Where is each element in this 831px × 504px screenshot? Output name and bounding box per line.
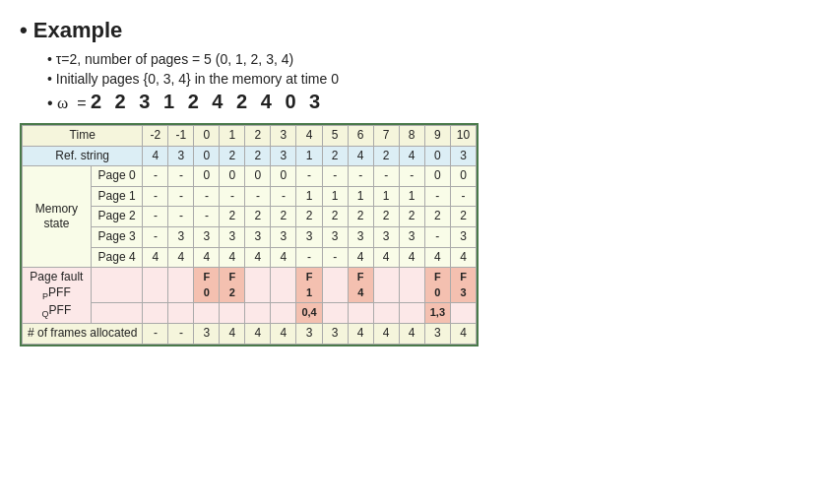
fault-c9 xyxy=(373,268,399,303)
fq-c6: 0,4 xyxy=(296,303,322,324)
p3c1: 3 xyxy=(168,226,194,247)
p4c9: 4 xyxy=(373,247,399,268)
p4c6: - xyxy=(296,247,322,268)
fault-pq-header xyxy=(91,303,143,324)
fq-c7 xyxy=(322,303,348,324)
p1c3: - xyxy=(220,186,245,207)
p3c5: 3 xyxy=(271,226,296,247)
qpff-label: Q xyxy=(42,309,49,319)
p4c0: 4 xyxy=(143,247,168,268)
p0c7: - xyxy=(322,166,348,187)
fq-c8 xyxy=(348,303,373,324)
time-col-1: 1 xyxy=(220,126,245,147)
time-col-9: 9 xyxy=(424,126,450,147)
p0c6: - xyxy=(296,166,322,187)
p0c5: 0 xyxy=(271,166,296,187)
fq-c3 xyxy=(220,303,245,324)
fq-c1 xyxy=(168,303,194,324)
fr-c4: 4 xyxy=(245,323,271,344)
fr-c10: 4 xyxy=(399,323,424,344)
time-col-7: 7 xyxy=(373,126,399,147)
ref-col--2: 4 xyxy=(143,146,168,166)
main-bullet: • Example xyxy=(20,18,811,43)
page1-label: Page 1 xyxy=(91,186,143,207)
time-col-8: 8 xyxy=(399,126,424,147)
p3c11: - xyxy=(424,226,450,247)
p2c9: 2 xyxy=(373,207,399,227)
p3c6: 3 xyxy=(296,226,322,247)
frames-row: # of frames allocated - - 3 4 4 4 3 3 4 … xyxy=(23,323,477,344)
p2c7: 2 xyxy=(322,207,348,227)
p4c7: - xyxy=(322,247,348,268)
ref-col-3: 3 xyxy=(271,146,296,166)
p2c4: 2 xyxy=(245,207,271,227)
ref-col-1: 2 xyxy=(220,146,245,166)
time-col-3: 3 xyxy=(271,126,296,147)
fr-c9: 4 xyxy=(373,323,399,344)
p3c12: 3 xyxy=(451,226,477,247)
p3c0: - xyxy=(143,226,168,247)
p3c4: 3 xyxy=(245,226,271,247)
fault-c2: F0 xyxy=(194,268,220,303)
p4c11: 4 xyxy=(424,247,450,268)
p1c0: - xyxy=(143,186,168,207)
ref-col-0: 0 xyxy=(194,146,220,166)
p0c3: 0 xyxy=(220,166,245,187)
p0c0: - xyxy=(143,166,168,187)
ref-col-2: 2 xyxy=(245,146,271,166)
p0c9: - xyxy=(373,166,399,187)
fq-c0 xyxy=(143,303,168,324)
p3c8: 3 xyxy=(348,226,373,247)
fault-c5 xyxy=(271,268,296,303)
fr-c3: 4 xyxy=(220,323,245,344)
omega-equals: = xyxy=(77,94,91,111)
fq-c10 xyxy=(399,303,424,324)
fr-c1: - xyxy=(168,323,194,344)
p2c11: 2 xyxy=(424,207,450,227)
ref-col-7: 2 xyxy=(373,146,399,166)
page4-row: Page 4 4 4 4 4 4 4 - - 4 4 4 4 4 xyxy=(23,247,477,268)
p3c10: 3 xyxy=(399,226,424,247)
fault-label: Page faultPPFFQPFF xyxy=(23,268,92,324)
page0-row: Memorystate Page 0 - - 0 0 0 0 - - - - -… xyxy=(23,166,477,187)
p0c1: - xyxy=(168,166,194,187)
ppff-label: P xyxy=(42,291,48,301)
page4-label: Page 4 xyxy=(91,247,143,268)
p0c8: - xyxy=(348,166,373,187)
fq-c2 xyxy=(194,303,220,324)
ref-col--1: 3 xyxy=(168,146,194,166)
p2c8: 2 xyxy=(348,207,373,227)
time-col-4: 4 xyxy=(296,126,322,147)
time-col-2: 2 xyxy=(245,126,271,147)
time-col-5: 5 xyxy=(322,126,348,147)
p3c2: 3 xyxy=(194,226,220,247)
fr-c5: 4 xyxy=(271,323,296,344)
p1c10: 1 xyxy=(399,186,424,207)
fr-c12: 4 xyxy=(451,323,477,344)
page0-label: Page 0 xyxy=(91,166,143,187)
time-col--1: -1 xyxy=(168,126,194,147)
p1c4: - xyxy=(245,186,271,207)
fq-c11: 1,3 xyxy=(424,303,450,324)
ref-col-9: 0 xyxy=(424,146,450,166)
memory-state-label: Memorystate xyxy=(23,166,92,268)
time-col-6: 6 xyxy=(348,126,373,147)
p2c10: 2 xyxy=(399,207,424,227)
omega-symbol: ω xyxy=(57,94,68,112)
p4c10: 4 xyxy=(399,247,424,268)
p1c6: 1 xyxy=(296,186,322,207)
p4c4: 4 xyxy=(245,247,271,268)
p3c9: 3 xyxy=(373,226,399,247)
time-col-0: 0 xyxy=(194,126,220,147)
fault-c4 xyxy=(245,268,271,303)
page1-row: Page 1 - - - - - - 1 1 1 1 1 - - xyxy=(23,186,477,207)
ref-col-8: 4 xyxy=(399,146,424,166)
fault-row: Page faultPPFFQPFF F0 F2 F1 F4 xyxy=(23,268,477,303)
p4c2: 4 xyxy=(194,247,220,268)
fr-c0: - xyxy=(143,323,168,344)
bullet-2: • Initially pages {0, 3, 4} in the memor… xyxy=(47,71,811,87)
p2c5: 2 xyxy=(271,207,296,227)
fq-c5 xyxy=(271,303,296,324)
p1c8: 1 xyxy=(348,186,373,207)
fr-c7: 3 xyxy=(322,323,348,344)
